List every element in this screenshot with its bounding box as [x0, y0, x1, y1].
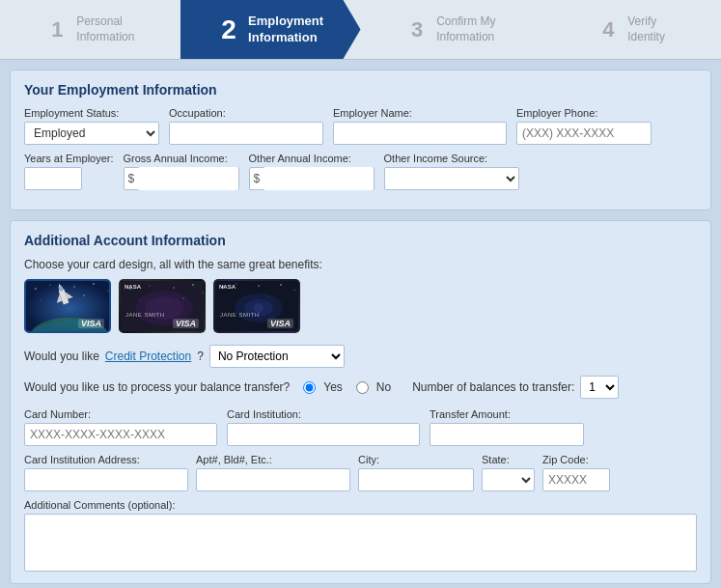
svg-point-2	[49, 284, 50, 285]
gross-income-input[interactable]	[138, 167, 237, 190]
balance-no-label: No	[376, 380, 391, 394]
apt-group: Apt#, Bld#, Etc.:	[196, 454, 350, 491]
card-design-text: Choose your card design, all with the sa…	[24, 258, 697, 271]
svg-point-29	[293, 289, 294, 290]
transfer-amount-input[interactable]	[430, 423, 584, 446]
card-2-visa: VISA	[173, 319, 199, 328]
other-source-select[interactable]: Investment Rental Social Security	[384, 167, 519, 190]
employment-status-select[interactable]: Employed Self-Employed Retired Unemploye…	[24, 122, 159, 145]
protection-select[interactable]: No Protection Basic Protection Premium P…	[209, 345, 345, 368]
card-addr-label: Card Institution Address:	[24, 454, 188, 465]
state-select[interactable]	[482, 468, 535, 491]
employer-name-label: Employer Name:	[333, 107, 507, 119]
card-institution-label: Card Institution:	[227, 408, 420, 420]
step-2-label: EmploymentInformation	[248, 14, 323, 46]
card-images-container: NASA ADVANTAGE	[24, 279, 697, 333]
transfer-amount-group: Transfer Amount:	[430, 408, 584, 446]
card-2-name: JANE SMITH	[125, 312, 165, 318]
balance-no-radio[interactable]	[356, 381, 369, 394]
employment-row-2: Years at Employer: Gross Annual Income: …	[24, 153, 697, 190]
state-group: State:	[482, 454, 535, 491]
progress-bar: 1 PersonalInformation 2 EmploymentInform…	[0, 0, 721, 60]
zip-label: Zip Code:	[542, 454, 610, 465]
other-income-group: Other Annual Income: $	[249, 153, 374, 190]
years-group: Years at Employer:	[24, 153, 114, 190]
employment-title: Your Employment Information	[24, 82, 697, 98]
address-row: Card Institution Address: Apt#, Bld#, Et…	[24, 454, 697, 491]
apt-label: Apt#, Bld#, Etc.:	[196, 454, 350, 465]
card-3-nasa: NASA	[219, 284, 236, 290]
step-4-number: 4	[596, 17, 620, 42]
svg-point-19	[202, 292, 203, 293]
employment-row-1: Employment Status: Employed Self-Employe…	[24, 107, 697, 145]
employment-status-group: Employment Status: Employed Self-Employe…	[24, 107, 159, 145]
city-group: City:	[358, 454, 474, 491]
card-institution-input[interactable]	[227, 423, 420, 446]
state-label: State:	[482, 454, 535, 465]
card-institution-group: Card Institution:	[227, 408, 420, 446]
transfer-amount-label: Transfer Amount:	[430, 408, 584, 420]
zip-input[interactable]	[542, 468, 610, 491]
card-1-visa: VISA	[78, 319, 104, 328]
card-option-2[interactable]: NASA JANE SMITH VISA	[119, 279, 206, 333]
other-source-label: Other Income Source:	[384, 153, 519, 164]
transfer-row-1: Card Number: Card Institution: Transfer …	[24, 408, 697, 446]
comments-textarea[interactable]	[24, 514, 697, 572]
svg-point-5	[107, 290, 108, 291]
step-2-employment[interactable]: 2 EmploymentInformation	[180, 0, 361, 59]
occupation-input[interactable]	[169, 122, 323, 145]
apt-input[interactable]	[196, 468, 350, 491]
main-content: Your Employment Information Employment S…	[0, 60, 721, 588]
step-3-confirm[interactable]: 3 Confirm MyInformation	[361, 0, 541, 59]
card-option-3[interactable]: NASA JANE SMITH VISA	[213, 279, 300, 333]
other-income-input[interactable]	[263, 167, 373, 190]
balance-yes-label: Yes	[323, 380, 343, 394]
step-3-label: Confirm MyInformation	[436, 14, 495, 44]
occupation-label: Occupation:	[169, 107, 323, 119]
step-1-personal[interactable]: 1 PersonalInformation	[0, 0, 180, 59]
step-1-number: 1	[45, 17, 69, 42]
svg-point-17	[173, 287, 174, 288]
card-addr-input[interactable]	[24, 468, 188, 491]
card-2-nasa: NASA	[125, 284, 141, 290]
employment-section: Your Employment Information Employment S…	[10, 70, 711, 210]
step-4-label: VerifyIdentity	[627, 14, 665, 44]
additional-section: Additional Account Information Choose yo…	[10, 220, 711, 584]
credit-protection-link[interactable]: Credit Protection	[105, 350, 191, 363]
employment-status-label: Employment Status:	[24, 107, 159, 119]
card-number-label: Card Number:	[24, 408, 217, 420]
gross-income-input-wrapper: $	[124, 167, 239, 190]
comments-group: Additional Comments (optional):	[24, 499, 697, 572]
svg-point-6	[41, 300, 42, 301]
svg-point-16	[149, 285, 150, 286]
employer-name-input[interactable]	[333, 122, 507, 145]
balance-yes-radio[interactable]	[303, 381, 316, 394]
card-addr-group: Card Institution Address:	[24, 454, 188, 491]
balance-transfer-text: Would you like us to process your balanc…	[24, 380, 290, 394]
num-balances-label: Number of balances to transfer:	[412, 380, 574, 394]
svg-point-26	[236, 283, 236, 284]
other-source-group: Other Income Source: Investment Rental S…	[384, 153, 519, 190]
employer-name-group: Employer Name:	[333, 107, 507, 145]
gross-income-label: Gross Annual Income:	[124, 153, 239, 164]
years-input[interactable]	[24, 167, 82, 190]
other-income-input-wrapper: $	[249, 167, 374, 190]
gross-dollar-sign: $	[125, 172, 139, 185]
years-label: Years at Employer:	[24, 153, 114, 164]
step-3-number: 3	[405, 17, 429, 42]
num-balances-select[interactable]: 1 2 3 4 5	[580, 376, 619, 399]
protection-text: Would you like	[24, 350, 99, 363]
occupation-group: Occupation:	[169, 107, 323, 145]
employer-phone-group: Employer Phone:	[516, 107, 652, 145]
gross-income-group: Gross Annual Income: $	[124, 153, 239, 190]
additional-title: Additional Account Information	[24, 233, 697, 248]
protection-suffix: ?	[197, 350, 204, 363]
employer-phone-input[interactable]	[516, 122, 652, 145]
card-number-group: Card Number:	[24, 408, 217, 446]
city-input[interactable]	[358, 468, 474, 491]
other-dollar-sign: $	[250, 172, 264, 185]
svg-point-27	[258, 285, 259, 286]
step-4-verify[interactable]: 4 VerifyIdentity	[541, 0, 721, 59]
card-number-input[interactable]	[24, 423, 217, 446]
card-option-1[interactable]: NASA ADVANTAGE	[24, 279, 111, 333]
